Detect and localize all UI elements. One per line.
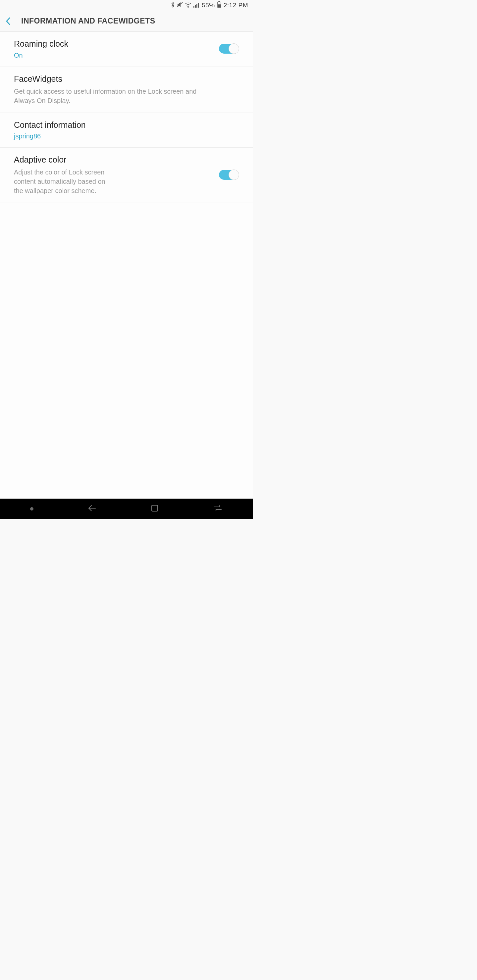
bluetooth-icon xyxy=(171,1,175,10)
item-desc: Get quick access to useful information o… xyxy=(14,87,213,105)
item-value: On xyxy=(14,52,207,59)
svg-rect-9 xyxy=(218,5,220,7)
settings-list: Roaming clock On FaceWidgets Get quick a… xyxy=(0,32,253,499)
svg-rect-5 xyxy=(198,3,199,8)
item-title: FaceWidgets xyxy=(14,73,239,85)
page-title: INFORMATION AND FACEWIDGETS xyxy=(21,17,155,25)
svg-rect-3 xyxy=(195,5,196,8)
svg-rect-4 xyxy=(196,4,198,8)
back-icon[interactable] xyxy=(5,17,12,26)
item-desc: Adjust the color of Lock screen content … xyxy=(14,167,108,195)
svg-point-1 xyxy=(188,6,188,7)
item-adaptive-color[interactable]: Adaptive color Adjust the color of Lock … xyxy=(0,148,253,203)
status-bar: 55% 2:12 PM xyxy=(0,0,253,11)
home-nav-icon[interactable] xyxy=(150,504,159,514)
adaptive-color-toggle[interactable] xyxy=(219,170,239,180)
battery-percent: 55% xyxy=(202,2,215,9)
battery-icon xyxy=(217,1,222,10)
item-title: Contact information xyxy=(14,119,239,131)
back-nav-icon[interactable] xyxy=(87,504,97,514)
svg-rect-2 xyxy=(193,6,195,8)
svg-rect-8 xyxy=(219,1,220,2)
item-title: Adaptive color xyxy=(14,154,108,165)
item-roaming-clock[interactable]: Roaming clock On xyxy=(0,32,253,67)
svg-rect-11 xyxy=(152,505,158,511)
app-bar: INFORMATION AND FACEWIDGETS xyxy=(0,11,253,32)
roaming-clock-toggle[interactable] xyxy=(219,44,239,54)
recent-nav-icon[interactable] xyxy=(213,504,223,513)
item-value: jspring86 xyxy=(14,132,239,140)
navigation-bar xyxy=(0,499,253,519)
mute-icon xyxy=(177,2,183,9)
item-facewidgets[interactable]: FaceWidgets Get quick access to useful i… xyxy=(0,67,253,113)
nav-dot-icon[interactable] xyxy=(30,507,34,511)
wifi-icon xyxy=(185,2,192,9)
item-title: Roaming clock xyxy=(14,38,207,50)
item-contact-info[interactable]: Contact information jspring86 xyxy=(0,113,253,148)
signal-icon xyxy=(193,2,200,9)
clock-time: 2:12 PM xyxy=(223,2,248,9)
